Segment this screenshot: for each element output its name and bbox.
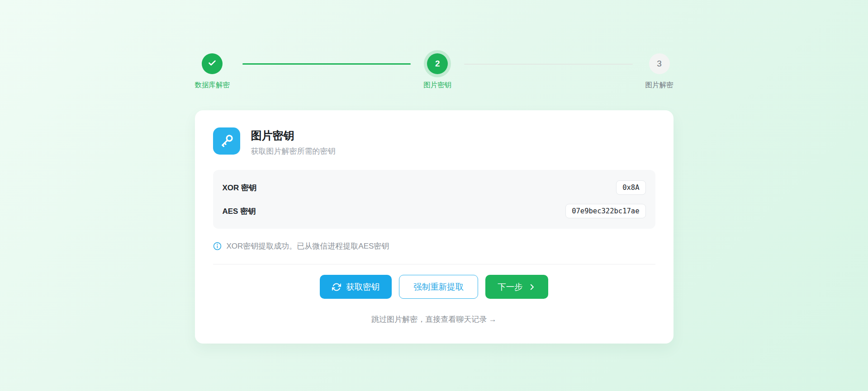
xor-key-row: XOR 密钥 0x8A: [223, 176, 646, 199]
stepper-connector-todo: [464, 64, 632, 65]
force-reextract-button-label: 强制重新提取: [413, 281, 464, 292]
check-icon: [207, 58, 217, 70]
step-2-number: 2: [435, 59, 440, 69]
image-key-card: 图片密钥 获取图片解密所需的密钥 XOR 密钥 0x8A AES 密钥 07e9…: [195, 110, 674, 344]
xor-key-label: XOR 密钥: [223, 183, 257, 193]
refresh-icon: [332, 283, 341, 292]
key-icon: [213, 127, 240, 155]
step-1-circle[interactable]: [202, 53, 223, 74]
page-title: 图片密钥: [251, 128, 336, 143]
step-2-label: 图片密钥: [423, 80, 451, 90]
info-icon: [213, 242, 222, 250]
step-2-circle[interactable]: 2: [427, 53, 448, 74]
stepper-connector-done: [242, 63, 411, 65]
wizard-stepper: 数据库解密 2 图片密钥 3 图片解密: [195, 53, 674, 90]
page-subtitle: 获取图片解密所需的密钥: [251, 146, 336, 156]
stepper-step-image-key[interactable]: 2 图片密钥: [423, 53, 451, 90]
step-3-circle[interactable]: 3: [649, 53, 670, 74]
stepper-step-database-decrypt[interactable]: 数据库解密: [195, 53, 230, 90]
status-message-row: XOR密钥提取成功。已从微信进程提取AES密钥: [213, 241, 655, 251]
step-3-number: 3: [657, 59, 662, 69]
fetch-key-button-label: 获取密钥: [346, 281, 379, 292]
divider: [213, 264, 655, 264]
xor-key-value: 0x8A: [616, 180, 645, 195]
card-header-text: 图片密钥 获取图片解密所需的密钥: [251, 127, 336, 156]
card-header: 图片密钥 获取图片解密所需的密钥: [213, 127, 655, 156]
aes-key-row: AES 密钥 07e9bec322bc17ae: [223, 199, 646, 223]
step-3-label: 图片解密: [645, 80, 674, 90]
chevron-right-icon: [528, 283, 536, 291]
fetch-key-button[interactable]: 获取密钥: [320, 275, 392, 299]
keys-panel: XOR 密钥 0x8A AES 密钥 07e9bec322bc17ae: [213, 170, 655, 229]
force-reextract-button[interactable]: 强制重新提取: [399, 275, 478, 299]
next-step-button[interactable]: 下一步: [485, 275, 548, 299]
actions-row: 获取密钥 强制重新提取 下一步: [213, 275, 655, 299]
step-1-label: 数据库解密: [195, 80, 230, 90]
page-content: 数据库解密 2 图片密钥 3 图片解密: [195, 0, 674, 344]
stepper-step-image-decrypt[interactable]: 3 图片解密: [645, 53, 674, 90]
skip-row: 跳过图片解密，直接查看聊天记录 →: [213, 314, 655, 325]
status-message: XOR密钥提取成功。已从微信进程提取AES密钥: [227, 241, 389, 251]
skip-image-decrypt-link[interactable]: 跳过图片解密，直接查看聊天记录 →: [371, 315, 497, 324]
next-step-button-label: 下一步: [498, 281, 523, 292]
aes-key-label: AES 密钥: [223, 206, 256, 217]
aes-key-value: 07e9bec322bc17ae: [565, 204, 645, 218]
